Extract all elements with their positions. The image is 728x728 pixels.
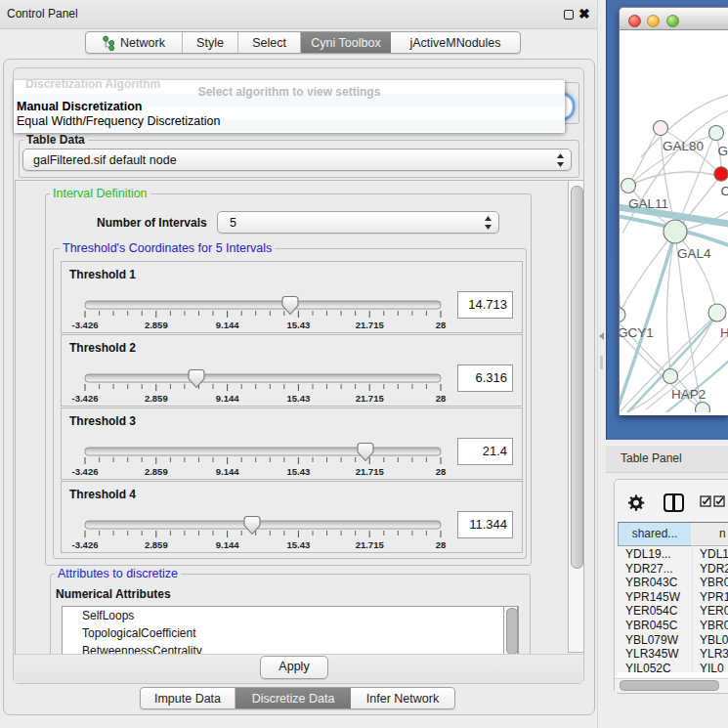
svg-text:GAL11: GAL11: [628, 196, 668, 211]
svg-text:GAL80: GAL80: [663, 139, 704, 153]
svg-text:GAL4: GAL4: [677, 246, 711, 261]
svg-text:GCY1: GCY1: [620, 325, 654, 340]
svg-text:HA: HA: [720, 325, 728, 340]
svg-text:HAP2: HAP2: [671, 387, 706, 402]
svg-text:CR: CR: [721, 184, 728, 198]
svg-text:GA: GA: [718, 144, 728, 158]
